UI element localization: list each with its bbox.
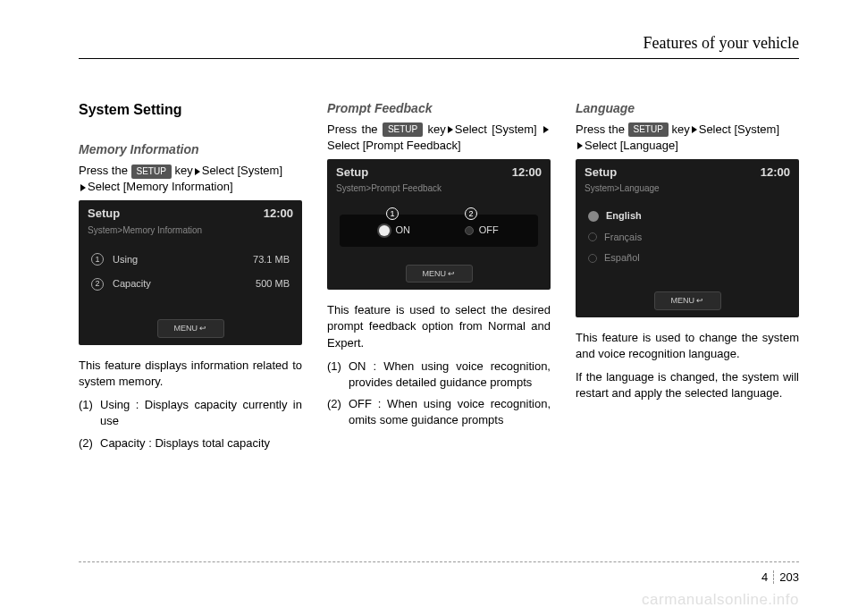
screen-title: Setup xyxy=(585,165,617,181)
language-label: English xyxy=(606,209,642,223)
list-number: (2) xyxy=(327,396,349,428)
paragraph: If the language is changed, the system w… xyxy=(576,369,799,401)
breadcrumb: System>Memory Information xyxy=(79,224,302,244)
number-circle-icon: 1 xyxy=(91,253,104,266)
radio-unselected-icon xyxy=(588,232,597,241)
screen-memory: Setup 12:00 System>Memory Information 1 … xyxy=(79,200,302,345)
memory-row: 1 Using 73.1 MB xyxy=(91,248,290,272)
header-rule xyxy=(79,58,799,59)
radio-unselected-icon xyxy=(588,254,597,263)
menu-button: MENU ↩ xyxy=(654,291,721,310)
arrow-icon xyxy=(692,126,697,133)
number-circle-icon: 1 xyxy=(386,207,399,220)
screen-time: 12:00 xyxy=(761,165,790,181)
memory-value: 500 MB xyxy=(256,277,290,291)
breadcrumb: System>Language xyxy=(576,182,799,202)
paragraph: This feature is used to change the syste… xyxy=(576,330,799,362)
screen-time: 12:00 xyxy=(512,165,542,181)
text: Press the xyxy=(79,164,131,177)
text: key xyxy=(669,122,690,136)
list-item: (2) Capacity : Displays total capacity xyxy=(79,435,302,451)
footer-rule xyxy=(79,561,799,562)
radio-selected-icon xyxy=(588,211,599,222)
toggle-off: OFF xyxy=(465,224,499,237)
list-text: Using : Displays capacity currently in u… xyxy=(100,397,302,429)
breadcrumb: System>Prompt Feedback xyxy=(327,182,551,202)
language-option: English xyxy=(588,206,786,226)
list-text: OFF : When using voice recognition, omit… xyxy=(349,396,551,428)
paragraph: This feature is used to select the desir… xyxy=(327,302,551,351)
text: Select [System] xyxy=(455,122,542,136)
language-label: Español xyxy=(604,251,640,265)
paragraph: This feature displays information relate… xyxy=(79,358,302,390)
header-title: Features of your vehicle xyxy=(644,34,799,53)
col-1: System Setting Memory Information Press … xyxy=(79,100,302,457)
screen-title: Setup xyxy=(336,165,368,181)
list-number: (2) xyxy=(79,435,100,451)
subsection-heading: Memory Information xyxy=(79,141,302,159)
watermark: carmanualsonline.info xyxy=(642,591,799,609)
text: Select [System] xyxy=(202,164,282,177)
instruction: Press the SETUP keySelect [System] Selec… xyxy=(327,122,551,154)
setup-key-label: SETUP xyxy=(131,165,172,179)
number-circle-icon: 2 xyxy=(465,207,477,220)
columns: System Setting Memory Information Press … xyxy=(79,100,799,457)
screen-prompt: Setup 12:00 System>Prompt Feedback 1 2 O… xyxy=(327,159,551,290)
radio-unselected-icon xyxy=(465,226,474,235)
arrow-icon xyxy=(80,184,86,191)
memory-label: Capacity xyxy=(113,277,256,291)
memory-label: Using xyxy=(113,253,253,266)
list-text: ON : When using voice recognition, provi… xyxy=(349,359,551,391)
toggle-label: ON xyxy=(395,224,410,237)
text: Select [Language] xyxy=(585,139,678,152)
memory-value: 73.1 MB xyxy=(253,253,290,266)
text: key xyxy=(423,122,446,136)
screen-time: 12:00 xyxy=(264,206,293,222)
language-option: Español xyxy=(588,248,786,268)
list-item: (1) Using : Displays capacity currently … xyxy=(79,397,302,429)
toggle-on: ON xyxy=(379,224,410,237)
list-number: (1) xyxy=(79,397,100,429)
screen-title: Setup xyxy=(88,206,120,222)
arrow-icon xyxy=(577,142,583,149)
text: Select [System] xyxy=(699,122,779,136)
radio-selected-icon xyxy=(379,225,390,236)
menu-button: MENU ↩ xyxy=(406,265,473,283)
instruction: Press the SETUP keySelect [System] Selec… xyxy=(576,122,799,154)
text: Press the xyxy=(576,122,628,136)
page-number: 4 203 xyxy=(761,570,799,584)
menu-button: MENU ↩ xyxy=(157,319,224,338)
text: Select [Prompt Feedback] xyxy=(327,139,461,152)
list-number: (1) xyxy=(327,359,349,391)
number-circle-icon: 2 xyxy=(91,278,104,291)
language-label: Français xyxy=(604,231,642,244)
language-option: Français xyxy=(588,227,786,248)
screen-language: Setup 12:00 System>Language English Fran… xyxy=(576,159,799,317)
section-heading: System Setting xyxy=(79,100,302,120)
page-num: 203 xyxy=(779,570,799,584)
col-3: Language Press the SETUP keySelect [Syst… xyxy=(576,100,799,457)
arrow-icon xyxy=(448,126,453,133)
list-text: Capacity : Displays total capacity xyxy=(100,435,302,451)
memory-row: 2 Capacity 500 MB xyxy=(91,272,290,296)
subsection-heading: Language xyxy=(576,100,799,118)
subsection-heading: Prompt Feedback xyxy=(327,100,551,118)
arrow-icon xyxy=(543,126,549,133)
setup-key-label: SETUP xyxy=(628,122,669,137)
text: Press the xyxy=(327,122,383,136)
section-number: 4 xyxy=(761,570,774,584)
arrow-icon xyxy=(195,168,200,175)
text: Select [Memory Information] xyxy=(88,180,233,193)
toggle-group: 1 2 ON OFF xyxy=(340,215,538,246)
toggle-label: OFF xyxy=(479,224,499,237)
col-2: Prompt Feedback Press the SETUP keySelec… xyxy=(327,100,551,457)
list-item: (1) ON : When using voice recognition, p… xyxy=(327,359,551,391)
text: key xyxy=(172,164,193,177)
instruction: Press the SETUP keySelect [System] Selec… xyxy=(79,163,302,195)
list-item: (2) OFF : When using voice recognition, … xyxy=(327,396,551,428)
setup-key-label: SETUP xyxy=(383,122,423,137)
